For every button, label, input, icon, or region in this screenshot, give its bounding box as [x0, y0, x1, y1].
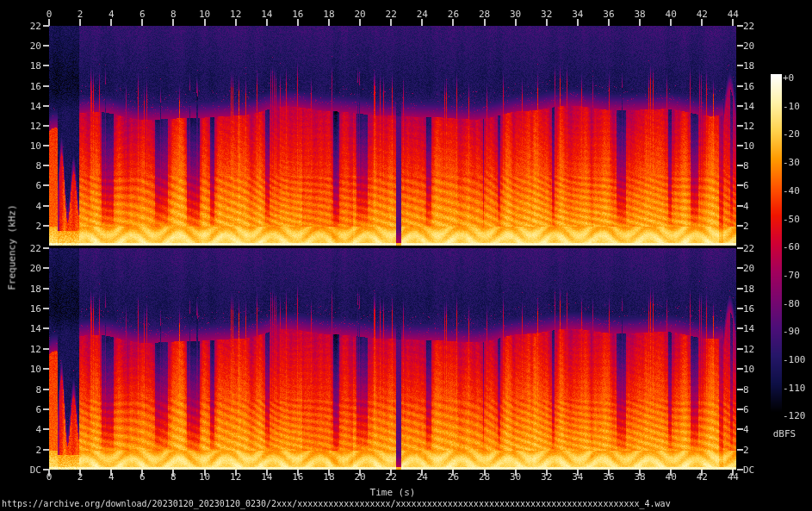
x-tick-label: 2 — [77, 9, 84, 19]
y-tick-label: 20 — [743, 41, 754, 51]
y-tick-label: 6 — [743, 181, 749, 190]
x-tick-label: 40 — [666, 9, 677, 19]
y-tick-label: 10 — [743, 365, 754, 374]
y-tick-label: 6 — [35, 181, 41, 190]
y-tick-label: 20 — [30, 41, 41, 51]
x-tick-label: 26 — [448, 9, 459, 19]
y-tick-label: 14 — [743, 102, 754, 111]
x-tick-label: 8 — [170, 472, 177, 482]
x-tick-label: 6 — [139, 472, 146, 482]
colorbar-tick-label: -120 — [783, 411, 806, 421]
x-tick-label: 34 — [572, 472, 583, 482]
y-tick-label: 8 — [743, 385, 749, 395]
x-tick-label: 30 — [510, 9, 521, 19]
x-tick-label: 30 — [510, 472, 521, 482]
y-tick-label: DC — [743, 465, 754, 475]
x-tick-label: 16 — [292, 9, 303, 19]
y-tick-label: 10 — [30, 141, 41, 151]
y-tick-label: 18 — [30, 61, 41, 71]
x-tick-label: 12 — [230, 9, 241, 19]
y-tick-label: 10 — [743, 141, 754, 151]
axis-ticks-layer — [0, 0, 812, 511]
colorbar-tick-label: -40 — [783, 185, 800, 195]
x-tick-label: 44 — [728, 9, 739, 19]
source-url: https://archive.org/download/20230120_20… — [2, 499, 671, 508]
y-tick-label: 2 — [35, 446, 41, 455]
x-tick-label: 32 — [541, 472, 552, 482]
y-tick-label: 18 — [743, 61, 754, 71]
y-tick-label: 22 — [30, 22, 41, 31]
colorbar-tick-label: -110 — [783, 383, 806, 392]
x-tick-label: 20 — [354, 472, 365, 482]
colorbar-tick-label: -30 — [783, 158, 800, 167]
y-tick-label: 20 — [743, 264, 754, 273]
colorbar-tick-label: -50 — [783, 214, 800, 223]
y-tick-label: 2 — [35, 221, 41, 231]
y-tick-label: 18 — [743, 284, 754, 294]
y-tick-label: 14 — [30, 324, 41, 333]
x-tick-label: 4 — [108, 472, 115, 482]
x-tick-label: 10 — [199, 472, 210, 482]
x-tick-label: 42 — [697, 472, 708, 482]
y-tick-label: 14 — [743, 324, 754, 333]
x-tick-label: 38 — [634, 9, 645, 19]
y-tick-label: 10 — [30, 365, 41, 374]
y-tick-label: 22 — [30, 244, 41, 253]
x-tick-label: 38 — [634, 472, 645, 482]
y-tick-label: 12 — [743, 122, 754, 131]
y-tick-label: 20 — [30, 264, 41, 273]
y-tick-label: 12 — [30, 122, 41, 131]
x-tick-label: 42 — [697, 9, 708, 19]
x-tick-label: 14 — [261, 9, 272, 19]
y-tick-label: 16 — [30, 304, 41, 314]
x-tick-label: 6 — [139, 9, 146, 19]
x-tick-label: 16 — [292, 472, 303, 482]
x-tick-label: 14 — [261, 472, 272, 482]
y-tick-label: 12 — [30, 345, 41, 354]
x-tick-label: 12 — [230, 472, 241, 482]
x-tick-label: 4 — [108, 9, 115, 19]
y-tick-label: 8 — [35, 161, 41, 171]
colorbar-tick-label: +0 — [783, 73, 794, 83]
colorbar-tick-label: -20 — [783, 129, 800, 139]
x-tick-label: 36 — [603, 472, 614, 482]
x-tick-label: 28 — [479, 472, 490, 482]
x-tick-label: 8 — [170, 9, 177, 19]
x-tick-label: 0 — [46, 9, 53, 19]
y-tick-label: 4 — [743, 202, 749, 211]
y-tick-label: 8 — [35, 385, 41, 395]
x-tick-label: 32 — [541, 9, 552, 19]
x-tick-label: 40 — [666, 472, 677, 482]
y-tick-label: 16 — [743, 304, 754, 314]
x-tick-label: 20 — [354, 9, 365, 19]
y-tick-label: 4 — [35, 202, 41, 211]
y-tick-label: 2 — [743, 221, 749, 231]
y-tick-label: 6 — [743, 405, 749, 414]
colorbar-tick-label: -60 — [783, 242, 800, 252]
x-tick-label: 28 — [479, 9, 490, 19]
x-tick-label: 18 — [323, 9, 334, 19]
x-tick-label: 22 — [386, 472, 397, 482]
colorbar-tick-label: -10 — [783, 101, 800, 110]
spectrogram-figure: 0246810121416182022242628303234363840424… — [0, 0, 812, 511]
colorbar-tick-label: -100 — [783, 355, 806, 365]
time-axis-title: Time (s) — [370, 487, 416, 498]
y-tick-label: 4 — [743, 425, 749, 434]
x-tick-label: 24 — [417, 9, 428, 19]
x-tick-label: 18 — [323, 472, 334, 482]
frequency-axis-title: Frequency (kHz) — [7, 204, 18, 290]
colorbar-unit-label: dBFS — [773, 428, 797, 439]
x-tick-label: 26 — [448, 472, 459, 482]
colorbar-tick-label: -90 — [783, 327, 800, 336]
y-tick-label: 22 — [743, 244, 754, 253]
x-tick-label: 36 — [603, 9, 614, 19]
y-tick-label: 4 — [35, 425, 41, 434]
y-tick-label: 16 — [30, 82, 41, 91]
y-tick-label: DC — [30, 465, 41, 475]
y-tick-label: 6 — [35, 405, 41, 414]
y-tick-label: 14 — [30, 102, 41, 111]
x-tick-label: 24 — [417, 472, 428, 482]
y-tick-label: 8 — [743, 161, 749, 171]
y-tick-label: 18 — [30, 284, 41, 294]
x-tick-label: 22 — [386, 9, 397, 19]
